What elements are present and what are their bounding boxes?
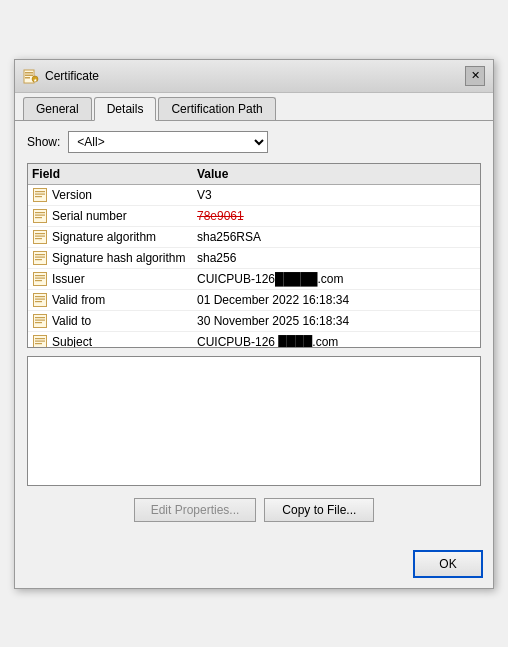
svg-rect-21 bbox=[35, 259, 42, 260]
field-value: CUICPUB-126█████.com bbox=[197, 272, 476, 286]
svg-rect-12 bbox=[35, 214, 45, 215]
svg-rect-37 bbox=[35, 343, 42, 344]
field-name: Valid to bbox=[52, 314, 197, 328]
row-icon bbox=[32, 229, 48, 245]
row-icon bbox=[32, 187, 48, 203]
tab-cert-path[interactable]: Certification Path bbox=[158, 97, 275, 120]
svg-rect-27 bbox=[35, 296, 45, 297]
svg-rect-25 bbox=[35, 280, 42, 281]
row-icon bbox=[32, 292, 48, 308]
table-row[interactable]: Issuer CUICPUB-126█████.com bbox=[28, 269, 480, 290]
field-value: sha256 bbox=[197, 251, 476, 265]
svg-rect-16 bbox=[35, 235, 45, 236]
row-icon bbox=[32, 208, 48, 224]
row-icon bbox=[32, 313, 48, 329]
field-name: Version bbox=[52, 188, 197, 202]
field-value: V3 bbox=[197, 188, 476, 202]
svg-rect-32 bbox=[35, 319, 45, 320]
svg-rect-6 bbox=[34, 188, 47, 201]
window-title: Certificate bbox=[45, 69, 99, 83]
svg-rect-20 bbox=[35, 256, 45, 257]
table-row[interactable]: Serial number 78e9061 bbox=[28, 206, 480, 227]
show-select[interactable]: <All> Version 1 Fields Only Extensions O… bbox=[68, 131, 268, 153]
col-value-header: Value bbox=[197, 167, 476, 181]
table-row[interactable]: Version V3 bbox=[28, 185, 480, 206]
svg-rect-2 bbox=[25, 74, 33, 76]
field-name: Signature hash algorithm bbox=[52, 251, 197, 265]
svg-rect-18 bbox=[34, 251, 47, 264]
ok-row: OK bbox=[15, 544, 493, 588]
tab-bar: General Details Certification Path bbox=[15, 93, 493, 121]
tab-content: Show: <All> Version 1 Fields Only Extens… bbox=[15, 121, 493, 544]
show-row: Show: <All> Version 1 Fields Only Extens… bbox=[27, 131, 481, 153]
svg-rect-9 bbox=[35, 196, 42, 197]
svg-rect-36 bbox=[35, 340, 45, 341]
svg-rect-28 bbox=[35, 298, 45, 299]
close-button[interactable]: ✕ bbox=[465, 66, 485, 86]
field-value: 01 December 2022 16:18:34 bbox=[197, 293, 476, 307]
table-row[interactable]: Subject CUICPUB-126 ████.com bbox=[28, 332, 480, 348]
title-bar: ★ Certificate ✕ bbox=[15, 60, 493, 93]
svg-rect-26 bbox=[34, 293, 47, 306]
svg-rect-29 bbox=[35, 301, 42, 302]
svg-rect-22 bbox=[34, 272, 47, 285]
field-name: Signature algorithm bbox=[52, 230, 197, 244]
row-icon bbox=[32, 271, 48, 287]
svg-rect-15 bbox=[35, 233, 45, 234]
field-name: Serial number bbox=[52, 209, 197, 223]
fields-table[interactable]: Field Value Version V3 bbox=[27, 163, 481, 348]
svg-rect-30 bbox=[34, 314, 47, 327]
show-label: Show: bbox=[27, 135, 60, 149]
svg-rect-19 bbox=[35, 254, 45, 255]
svg-rect-7 bbox=[35, 191, 45, 192]
table-row[interactable]: Signature hash algorithm sha256 bbox=[28, 248, 480, 269]
svg-rect-8 bbox=[35, 193, 45, 194]
field-name: Valid from bbox=[52, 293, 197, 307]
svg-rect-24 bbox=[35, 277, 45, 278]
edit-properties-button[interactable]: Edit Properties... bbox=[134, 498, 257, 522]
col-field-header: Field bbox=[32, 167, 197, 181]
svg-rect-1 bbox=[25, 72, 33, 74]
svg-rect-3 bbox=[25, 77, 30, 79]
tab-general[interactable]: General bbox=[23, 97, 92, 120]
row-icon bbox=[32, 250, 48, 266]
cert-title-icon: ★ bbox=[23, 68, 39, 84]
tab-details[interactable]: Details bbox=[94, 97, 157, 121]
field-value: 30 November 2025 16:18:34 bbox=[197, 314, 476, 328]
table-row[interactable]: Signature algorithm sha256RSA bbox=[28, 227, 480, 248]
certificate-dialog: ★ Certificate ✕ General Details Certific… bbox=[14, 59, 494, 589]
table-row[interactable]: Valid to 30 November 2025 16:18:34 bbox=[28, 311, 480, 332]
svg-rect-11 bbox=[35, 212, 45, 213]
svg-rect-17 bbox=[35, 238, 42, 239]
svg-rect-35 bbox=[35, 338, 45, 339]
field-value-redacted: 78e9061 bbox=[197, 209, 476, 223]
svg-rect-14 bbox=[34, 230, 47, 243]
svg-rect-31 bbox=[35, 317, 45, 318]
table-header: Field Value bbox=[28, 164, 480, 185]
svg-rect-10 bbox=[34, 209, 47, 222]
svg-rect-34 bbox=[34, 335, 47, 348]
field-value: CUICPUB-126 ████.com bbox=[197, 335, 476, 348]
field-name: Issuer bbox=[52, 272, 197, 286]
svg-rect-33 bbox=[35, 322, 42, 323]
row-icon bbox=[32, 334, 48, 348]
show-select-wrapper[interactable]: <All> Version 1 Fields Only Extensions O… bbox=[68, 131, 268, 153]
field-value: sha256RSA bbox=[197, 230, 476, 244]
field-name: Subject bbox=[52, 335, 197, 348]
copy-to-file-button[interactable]: Copy to File... bbox=[264, 498, 374, 522]
svg-rect-23 bbox=[35, 275, 45, 276]
svg-rect-13 bbox=[35, 217, 42, 218]
ok-button[interactable]: OK bbox=[413, 550, 483, 578]
detail-box bbox=[27, 356, 481, 486]
title-bar-left: ★ Certificate bbox=[23, 68, 99, 84]
table-row[interactable]: Valid from 01 December 2022 16:18:34 bbox=[28, 290, 480, 311]
action-buttons: Edit Properties... Copy to File... bbox=[27, 498, 481, 522]
